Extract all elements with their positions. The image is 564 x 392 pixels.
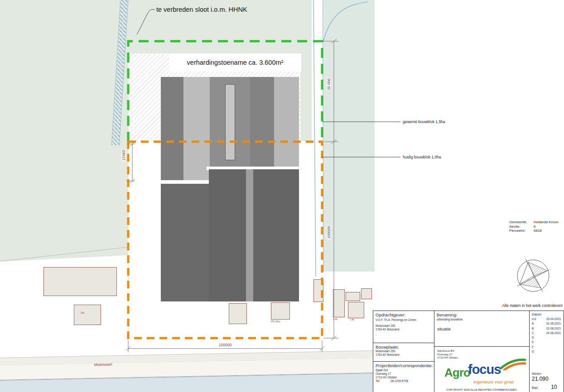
agrofocus-logo: Agro focus ingenieurs voor groei	[444, 360, 529, 386]
parcel-row: Gemeente: Hollands Kroon	[509, 220, 559, 225]
building-right-4	[348, 302, 364, 318]
firm-street: Overweg 17	[437, 353, 529, 356]
street-label: Molenvaart	[94, 363, 112, 367]
revision-row: F	[530, 345, 563, 349]
barn-strip-5	[274, 77, 299, 168]
blad-value: 10	[551, 384, 557, 390]
logo-text-focus: focus	[468, 362, 501, 377]
building-right-2	[333, 289, 345, 317]
revision-row: C 24-06-2021	[530, 331, 563, 335]
dim-right-lower: 100000	[327, 225, 331, 239]
copyright-note: COPYRIGHT 2020 ALLE RECHTEN VOORBEHOUDEN…	[434, 388, 529, 391]
gemeente-value: Hollands Kroon	[534, 220, 559, 225]
rev-date: 02-06-2021	[546, 326, 561, 331]
sectie-label: Sectie:	[509, 225, 534, 229]
werknr-value: 21.090	[530, 375, 563, 382]
bouwplaats-cell: Bouwplaats: Molenvaart 250 1764 AX Breez…	[373, 343, 434, 362]
barn-inner-structure	[225, 84, 235, 160]
firm-logo-cell: Agrofocus BV. Overweg 17 1713 HX Obdam A…	[434, 347, 530, 392]
house-number-right-b: 1-46	[350, 318, 354, 321]
perceelnr-value: 5818	[534, 229, 542, 233]
dim-left: 15460	[121, 149, 126, 161]
rev-code: d.d.	[532, 317, 537, 321]
north-arrow-icon	[515, 257, 552, 294]
opdrachtgever-street: Molenvaart 250	[373, 324, 434, 328]
opdrachtgever-city: 1764 AX Breezand	[373, 328, 434, 331]
check-all-dimensions-note: Alle maten in het werk controleren!	[462, 303, 563, 308]
parcel-row: Sectie: K	[509, 225, 559, 229]
werknr-label: Werknr:	[530, 371, 563, 375]
barn-strip-2	[183, 77, 210, 182]
outbuilding-center-2	[271, 302, 290, 320]
sloot-corridor	[312, 0, 324, 277]
logo-text-agro: Agro	[444, 366, 470, 380]
bouwplaats-header: Bouwplaats:	[373, 343, 434, 349]
opdrachtgever-cell: Opdrachtgever: V.O.F. Th.A. Pennings en …	[373, 311, 434, 343]
building-right-3	[346, 292, 360, 301]
perceelnr-label: Perceelnr:	[509, 229, 534, 233]
site-plan-drawing: Molenvaart te verb	[0, 0, 564, 392]
building-right-1	[313, 279, 323, 302]
rev-date: 29-04-2021	[546, 317, 561, 321]
projectleider-name: Sjaak Dol	[373, 368, 434, 372]
gemeente-label: Gemeente:	[509, 220, 534, 225]
rev-code: D	[532, 335, 534, 340]
sloot-note: te verbreden sloot i.o.m. HHNK	[156, 6, 247, 13]
rev-code: E	[532, 340, 534, 344]
rev-code: C	[532, 331, 534, 335]
barn-strip-4	[250, 77, 274, 168]
projectleider-tel-row: Tel: 06-1299.5708	[373, 379, 434, 382]
revision-row: G	[530, 349, 563, 354]
opdrachtgever-name: V.O.F. Th.A. Pennings en Zonen	[373, 318, 434, 322]
house-number-center: 250 250a	[271, 320, 280, 323]
revision-row: d.d. 29-04-2021	[530, 317, 563, 321]
datum-header: Datum:	[530, 311, 563, 317]
opdrachtgever-extra: -	[373, 333, 434, 337]
logo-swoosh-icon	[499, 358, 527, 370]
field-parcel-right	[324, 0, 375, 272]
projectleider-header: Projectleider/correspondentie:	[373, 362, 434, 368]
blad-row: Blad: 10	[530, 382, 563, 390]
blad-label: Blad:	[532, 386, 538, 389]
projectleider-street: Overweg 17	[373, 372, 434, 376]
barn-block-south-1	[161, 184, 209, 301]
datum-cell: Datum: d.d. 29-04-2021 A 31-05-2021 B 02…	[530, 311, 563, 371]
shed-left-large	[43, 267, 117, 296]
rev-date: 31-05-2021	[546, 321, 561, 326]
huidig-bouwblok-label: huidig bouwblok 1,0ha	[403, 155, 441, 159]
dim-right-upper: 50 000	[327, 78, 331, 91]
logo-tagline: ingenieurs voor groei	[473, 379, 514, 384]
parcel-row: Perceelnr: 5818	[509, 229, 559, 233]
rev-code: B	[532, 326, 534, 331]
rev-date: 24-06-2021	[546, 331, 561, 335]
title-block: Opdrachtgever: V.O.F. Th.A. Pennings en …	[373, 311, 564, 392]
dim-bottom: 100000	[128, 343, 322, 347]
benaming-header: Benaming:	[434, 311, 529, 317]
gewenst-bouwblok-label: gewenst bouwblok 1,5ha	[403, 120, 445, 124]
barn-light-strip	[246, 169, 253, 301]
house-number-left: 230	[81, 311, 84, 314]
revision-row: A 31-05-2021	[530, 321, 563, 326]
projectleider-cell: Projectleider/correspondentie: Sjaak Dol…	[373, 362, 434, 392]
revision-row: E	[530, 340, 563, 344]
rev-code: A	[532, 321, 534, 326]
benaming-subtitle: uitbreiding bouwblok	[434, 318, 529, 321]
parcel-info: Gemeente: Hollands Kroon Sectie: K Perce…	[509, 220, 559, 233]
werknr-cell: Werknr: 21.090 Blad: 10	[530, 371, 563, 392]
revision-row: B 02-06-2021	[530, 326, 563, 331]
opdrachtgever-header: Opdrachtgever:	[373, 311, 434, 317]
revision-row: D	[530, 335, 563, 340]
barn-block-south-2	[209, 169, 299, 301]
sectie-value: K	[534, 225, 536, 229]
bouwplaats-street: Molenvaart 250	[373, 349, 434, 353]
house-left	[74, 305, 101, 325]
house-number-right-a: 1-40	[333, 318, 337, 320]
bouwplaats-city: 1764 AX Breezand	[373, 353, 434, 357]
building-right-5	[361, 288, 372, 299]
firm-name: Agrofocus BV.	[437, 349, 529, 353]
tel-label: Tel:	[376, 379, 390, 382]
verharding-note: verhardingstoename ca. 3.600m²	[169, 53, 301, 72]
benaming-cell: Benaming: uitbreiding bouwblok situatie	[434, 311, 530, 347]
road-group	[0, 350, 382, 392]
drawing-type: situatie	[434, 326, 529, 331]
